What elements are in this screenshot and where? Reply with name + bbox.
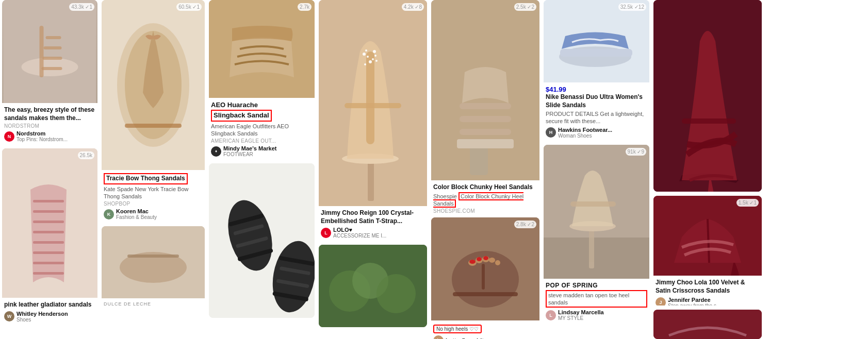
pin-stats: 2.7k: [298, 3, 312, 11]
svg-rect-70: [453, 292, 518, 296]
user-info: ♦ Mindy Mae's Market FOOTWEAR: [211, 145, 313, 157]
svg-point-46: [375, 60, 378, 62]
user-info: N Nordstrom Top Pins: Nordstrom...: [4, 130, 95, 142]
svg-rect-13: [33, 251, 64, 254]
pin-card[interactable]: [653, 310, 762, 339]
svg-rect-12: [33, 241, 64, 244]
svg-rect-5: [43, 57, 62, 60]
pin-card[interactable]: [319, 245, 427, 327]
svg-point-48: [373, 50, 376, 53]
pin-card[interactable]: 1.5k ✓1 Jimmy Choo Lola 100 Velvet & Sat…: [653, 196, 762, 305]
user-details: Jennifer Pardee Step away from the s...: [668, 297, 720, 306]
user-details: Whitley Henderson Shoes: [17, 311, 68, 323]
avatar: ♦: [211, 146, 221, 157]
pin-stats: 1.5k ✓1: [736, 199, 759, 207]
user-board: Top Pins: Nordstrom...: [17, 137, 68, 142]
pin-card[interactable]: 91k ✓9 POP OF SPRING steve madden tan op…: [544, 145, 649, 324]
pin-title: Nike Benassi Duo Ultra Women's Slide San…: [546, 93, 647, 109]
pin-subtitle: steve madden tan open toe heel sandals: [546, 289, 647, 308]
tag-badge: No high heels ♡♡: [433, 325, 482, 333]
pin-info: Jimmy Choo Reign 100 Crystal-Embellished…: [319, 206, 427, 241]
pin-card[interactable]: [209, 163, 315, 318]
pin-card[interactable]: 60.5k ✓1 Tracie Bow Thong Sandals Kate S…: [102, 0, 205, 222]
pin-source: Shoespie.com: [433, 208, 537, 213]
pin-info: POP OF SPRING steve madden tan open toe …: [544, 279, 649, 324]
pin-subtitle: American Eagle Outfitters AEO Slingback …: [211, 123, 313, 138]
pin-card[interactable]: 43.3k ✓1 The easy, breezy style of these…: [2, 0, 97, 144]
user-info: W Whitley Henderson Shoes: [4, 311, 95, 323]
pin-source: American Eagle Out...: [211, 138, 313, 144]
svg-point-64: [489, 258, 495, 263]
shoe-image-svg: [102, 0, 205, 170]
pin-card[interactable]: 32.5k ✓12 $41.99 Nike Benassi Duo Ultra …: [544, 0, 649, 141]
user-name: Nordstrom: [17, 130, 68, 137]
pin-card[interactable]: 2.7k AEO HuaracheSlingback Sandal Americ…: [209, 0, 315, 159]
avatar: W: [4, 311, 14, 321]
shoe-image-svg: [431, 0, 539, 180]
pin-info: No high heels ♡♡ b butterfly spirit: [431, 320, 539, 339]
pin-source: Nordstrom: [4, 123, 95, 129]
masonry-grid: 43.3k ✓1 The easy, breezy style of these…: [0, 0, 868, 339]
user-name: LOLO♥: [333, 227, 386, 233]
shoe-image-svg: [431, 217, 539, 320]
pin-image: 2.5k ✓2: [431, 0, 539, 180]
pin-title-highlighted: Tracie Bow Thong Sandals: [104, 173, 188, 184]
shoe-image-svg: [653, 310, 762, 339]
pin-card[interactable]: [653, 0, 762, 192]
user-name: Kooren Mac: [116, 208, 157, 214]
pin-info: Tracie Bow Thong Sandals Kate Spade New …: [102, 170, 205, 222]
shoe-image-svg: [544, 145, 649, 279]
pin-image: 32.5k ✓12: [544, 0, 649, 82]
column-2: 60.5k ✓1 Tracie Bow Thong Sandals Kate S…: [102, 0, 205, 339]
pin-source: SHOPBOP: [104, 201, 203, 207]
pin-stats: 26.5k: [78, 151, 94, 159]
svg-point-44: [374, 55, 376, 57]
pin-subtitle: PRODUCT DETAILS Get a lightweight, secur…: [546, 110, 647, 125]
shoe-image-svg: [319, 0, 427, 206]
pin-card[interactable]: 26.5k pink leather gladiator sandals W W…: [2, 148, 97, 325]
svg-rect-10: [33, 221, 64, 223]
svg-rect-8: [33, 200, 64, 202]
user-info: J Jennifer Pardee Step away from the s..…: [656, 297, 760, 306]
pin-info: pink leather gladiator sandals W Whitley…: [2, 298, 97, 325]
pin-stats: 43.3k ✓1: [69, 3, 94, 11]
pin-image: 43.3k ✓1: [2, 0, 97, 103]
user-info: L Lindsay Marcella MY STYLE: [546, 309, 647, 321]
user-name: Hawkins Footwear...: [558, 127, 612, 133]
avatar: b: [433, 335, 444, 339]
shoe-image-svg: [653, 196, 762, 276]
svg-rect-22: [127, 255, 179, 258]
svg-rect-4: [44, 46, 62, 49]
svg-rect-3: [46, 36, 61, 39]
pin-info: AEO HuaracheSlingback Sandal American Ea…: [209, 98, 315, 159]
svg-rect-0: [4, 0, 96, 103]
user-details: Mindy Mae's Market FOOTWEAR: [223, 145, 276, 157]
user-details: Nordstrom Top Pins: Nordstrom...: [17, 130, 68, 142]
svg-point-42: [372, 58, 374, 60]
user-details: Kooren Mac Fashion & Beauty: [116, 208, 157, 220]
pin-card[interactable]: 2.8k ✓2 No high heels ♡♡ b butterfly spi…: [431, 217, 539, 339]
svg-rect-55: [457, 139, 514, 148]
pin-image: [209, 163, 315, 318]
pin-card[interactable]: 4.2k ✓8 Jimmy Choo Reign 100 Crystal-Emb…: [319, 0, 427, 241]
shoe-image-svg: [653, 0, 762, 192]
svg-rect-38: [366, 52, 374, 144]
svg-rect-69: [482, 264, 485, 290]
column-5: 2.5k ✓2 Color Block Chunky Heel Sandals …: [431, 0, 539, 339]
user-details: Lindsay Marcella MY STYLE: [558, 309, 604, 321]
user-board: FOOTWEAR: [223, 151, 276, 157]
svg-rect-75: [544, 238, 649, 279]
svg-rect-9: [33, 210, 64, 213]
pin-card[interactable]: DULCE DE LECHE: [102, 226, 205, 309]
avatar: N: [4, 131, 14, 142]
pin-info: $41.99 Nike Benassi Duo Ultra Women's Sl…: [544, 82, 649, 141]
column-4: 4.2k ✓8 Jimmy Choo Reign 100 Crystal-Emb…: [319, 0, 427, 339]
user-board: Fashion & Beauty: [116, 214, 157, 220]
pin-image: [653, 310, 762, 339]
user-board: Step away from the s...: [668, 303, 720, 306]
pin-card[interactable]: 2.5k ✓2 Color Block Chunky Heel Sandals …: [431, 0, 539, 213]
avatar: K: [104, 209, 114, 219]
svg-rect-73: [560, 49, 632, 57]
pin-source: DULCE DE LECHE: [104, 301, 203, 307]
svg-rect-54: [470, 144, 488, 175]
